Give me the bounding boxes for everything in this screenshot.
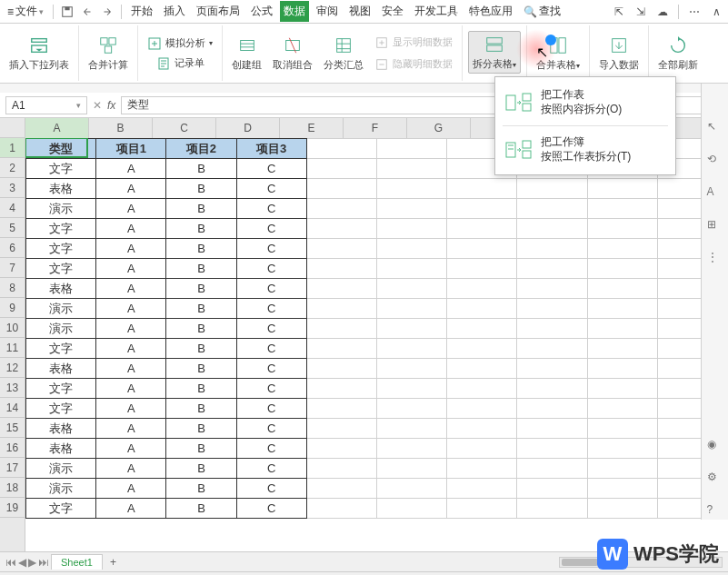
row-header-19[interactable]: 19: [0, 498, 25, 518]
cell[interactable]: [517, 419, 587, 439]
tab-formula[interactable]: 公式: [247, 1, 276, 22]
row-header-3[interactable]: 3: [0, 178, 25, 198]
cell[interactable]: [376, 379, 446, 399]
cloud-icon[interactable]: ☁: [654, 4, 671, 20]
cell[interactable]: C: [236, 199, 306, 219]
cell[interactable]: C: [236, 279, 306, 299]
help-icon[interactable]: ?: [707, 503, 723, 520]
cell[interactable]: [376, 239, 446, 259]
cell[interactable]: B: [166, 219, 236, 239]
cell[interactable]: [447, 419, 517, 439]
cell[interactable]: B: [166, 319, 236, 339]
cell[interactable]: A: [96, 259, 166, 279]
cell[interactable]: 表格: [26, 279, 96, 299]
cancel-icon[interactable]: ✕: [93, 99, 102, 112]
cell[interactable]: C: [236, 259, 306, 279]
cell[interactable]: [376, 179, 446, 199]
cell[interactable]: A: [96, 219, 166, 239]
cell[interactable]: C: [236, 379, 306, 399]
cell[interactable]: [587, 319, 657, 339]
cell[interactable]: C: [236, 399, 306, 419]
cell[interactable]: [447, 359, 517, 379]
col-header-E[interactable]: E: [280, 118, 344, 138]
cell[interactable]: [587, 239, 657, 259]
cell[interactable]: [517, 199, 587, 219]
col-header-A[interactable]: A: [25, 118, 89, 138]
col-header-F[interactable]: F: [344, 118, 407, 138]
cell[interactable]: C: [236, 499, 306, 519]
tab-insert[interactable]: 插入: [160, 1, 189, 22]
cell[interactable]: 演示: [26, 199, 96, 219]
row-header-11[interactable]: 11: [0, 338, 25, 358]
col-header-G[interactable]: G: [407, 118, 471, 138]
col-header-D[interactable]: D: [216, 118, 280, 138]
row-header-14[interactable]: 14: [0, 398, 25, 418]
cell[interactable]: 项目3: [236, 139, 306, 159]
cell[interactable]: [517, 479, 587, 499]
cell[interactable]: C: [236, 479, 306, 499]
cell[interactable]: 项目1: [96, 139, 166, 159]
cell[interactable]: 项目2: [166, 139, 236, 159]
cell[interactable]: [306, 139, 376, 159]
cell[interactable]: [517, 279, 587, 299]
cell[interactable]: [587, 459, 657, 479]
last-sheet-icon[interactable]: ⏭: [38, 556, 49, 569]
cell[interactable]: [376, 339, 446, 359]
cell[interactable]: [447, 379, 517, 399]
cell[interactable]: [587, 379, 657, 399]
cell[interactable]: [447, 439, 517, 459]
cell[interactable]: B: [166, 339, 236, 359]
cell[interactable]: [306, 199, 376, 219]
row-header-12[interactable]: 12: [0, 358, 25, 378]
sheet-table[interactable]: 类型项目1项目2项目3文字ABC表格ABC演示ABC文字ABC文字ABC文字AB…: [25, 138, 728, 519]
split-by-content-item[interactable]: 把工作表 按照内容拆分(O): [495, 83, 675, 122]
cell[interactable]: 文字: [26, 239, 96, 259]
cell[interactable]: C: [236, 339, 306, 359]
cell[interactable]: 演示: [26, 319, 96, 339]
cell[interactable]: 演示: [26, 459, 96, 479]
simulation-button[interactable]: 模拟分析 ▾: [144, 35, 216, 53]
cell[interactable]: [587, 199, 657, 219]
cell[interactable]: B: [166, 259, 236, 279]
cell[interactable]: [376, 139, 446, 159]
cell[interactable]: [517, 359, 587, 379]
cell[interactable]: [376, 499, 446, 519]
cell[interactable]: [306, 239, 376, 259]
cell[interactable]: [306, 499, 376, 519]
cell[interactable]: [517, 299, 587, 319]
row-header-16[interactable]: 16: [0, 438, 25, 458]
sheet-tab[interactable]: Sheet1: [51, 554, 103, 570]
cell[interactable]: [306, 339, 376, 359]
cell[interactable]: [376, 479, 446, 499]
cell[interactable]: [376, 219, 446, 239]
cell[interactable]: [306, 399, 376, 419]
row-header-15[interactable]: 15: [0, 418, 25, 438]
cell[interactable]: C: [236, 319, 306, 339]
cell[interactable]: [587, 219, 657, 239]
cell[interactable]: [447, 299, 517, 319]
tab-security[interactable]: 安全: [378, 1, 407, 22]
cell[interactable]: B: [166, 159, 236, 179]
refresh-all-button[interactable]: 全部刷新: [654, 33, 702, 74]
ungroup-button[interactable]: 取消组合: [269, 33, 316, 74]
row-header-8[interactable]: 8: [0, 278, 25, 298]
cell[interactable]: [306, 479, 376, 499]
cell[interactable]: A: [96, 279, 166, 299]
row-header-2[interactable]: 2: [0, 158, 25, 178]
split-by-sheet-item[interactable]: 把工作簿 按照工作表拆分(T): [495, 130, 675, 169]
cell[interactable]: 表格: [26, 419, 96, 439]
undo-icon[interactable]: [79, 4, 95, 20]
tab-start[interactable]: 开始: [127, 1, 156, 22]
font-icon[interactable]: A: [707, 185, 723, 202]
tab-review[interactable]: 审阅: [313, 1, 342, 22]
tab-devtools[interactable]: 开发工具: [411, 1, 462, 22]
cell[interactable]: [447, 459, 517, 479]
cell[interactable]: [447, 199, 517, 219]
cell[interactable]: B: [166, 199, 236, 219]
cell[interactable]: [587, 439, 657, 459]
cell[interactable]: B: [166, 479, 236, 499]
cell[interactable]: [447, 219, 517, 239]
cell[interactable]: 文字: [26, 379, 96, 399]
cell[interactable]: A: [96, 339, 166, 359]
save-icon[interactable]: [59, 4, 75, 20]
